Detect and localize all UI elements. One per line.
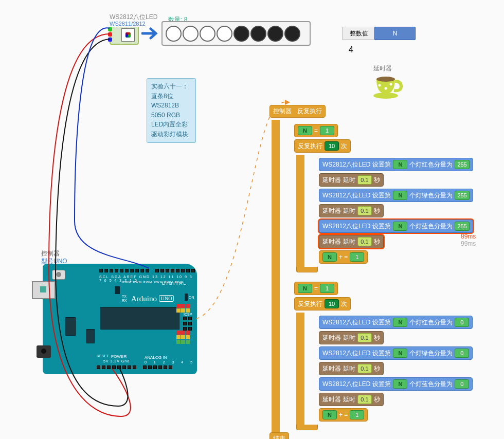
block-ws-green-0[interactable]: WS2812八位LED设置第N个灯绿色分量为0 [319, 346, 473, 360]
svg-rect-13 [186, 331, 190, 335]
svg-rect-5 [176, 304, 181, 308]
svg-rect-7 [186, 304, 190, 308]
timing-tooltip: 89ms99ms [461, 233, 476, 248]
block-delay-6[interactable]: 延时器延时0.1秒 [319, 393, 384, 406]
led-5 [233, 26, 249, 42]
block-inc-n-2[interactable]: N+ =1 [319, 408, 368, 422]
block-delay-1[interactable]: 延时器延时0.1秒 [319, 173, 384, 187]
port-gnd[interactable] [108, 38, 112, 42]
block-delay-5[interactable]: 延时器延时0.1秒 [319, 362, 384, 375]
block-loop-2[interactable]: 反复执行10次 [294, 297, 351, 310]
svg-rect-6 [181, 304, 185, 308]
port-vcc[interactable] [108, 32, 112, 36]
svg-point-1 [376, 77, 395, 82]
icsp-header[interactable] [183, 317, 192, 331]
arduino-board[interactable]: SCL SDA AREF GND 13 12 11 10 9 8 7 6 5 4… [43, 264, 197, 374]
digital-pin-header[interactable] [99, 269, 195, 272]
reset-button[interactable] [52, 270, 65, 280]
svg-rect-17 [176, 340, 181, 344]
usb-port[interactable] [32, 281, 56, 299]
svg-point-2 [379, 84, 381, 87]
analog-pin-header[interactable] [143, 365, 172, 369]
svg-rect-15 [181, 335, 185, 339]
led-7 [267, 26, 283, 42]
svg-rect-16 [186, 335, 190, 339]
block-loop-1[interactable]: 反复执行10次 [294, 139, 351, 153]
block-ws-green-255[interactable]: WS2812八位LED设置第N个灯绿色分量为255 [319, 189, 473, 202]
led-6 [250, 26, 266, 42]
comment-box[interactable]: 实验六十一： 直条8位WS2812B 5050 RGB LED内置全彩驱动彩灯模… [147, 78, 196, 143]
block-ws-blue-0[interactable]: WS2812八位LED设置第N个灯蓝色分量为0 [319, 377, 473, 391]
svg-rect-8 [176, 308, 181, 313]
block-inc-n-1[interactable]: N+ =1 [319, 250, 368, 264]
block-assign-n-1b[interactable]: N=1 [294, 282, 338, 295]
power-jack[interactable] [37, 345, 51, 358]
svg-rect-14 [176, 335, 181, 339]
svg-point-4 [390, 83, 392, 86]
int-var-name[interactable]: N [374, 27, 416, 40]
led-1 [166, 26, 182, 42]
arrow-icon [141, 26, 160, 41]
block-delay-3-selected[interactable]: 延时器延时0.1秒 [319, 235, 384, 248]
block-delay-2[interactable]: 延时器延时0.1秒 [319, 204, 384, 217]
svg-rect-18 [181, 340, 185, 344]
teacup-icon[interactable] [370, 72, 403, 101]
svg-rect-11 [176, 331, 181, 335]
led-strip [161, 21, 311, 46]
svg-rect-12 [181, 331, 185, 335]
block-delay-4[interactable]: 延时器延时0.1秒 [319, 331, 384, 344]
block-ws-red-255[interactable]: WS2812八位LED设置第N个灯红色分量为255 [319, 158, 473, 171]
svg-point-3 [385, 87, 387, 90]
proto-pads-2 [176, 331, 191, 345]
led-chip-icon [121, 28, 135, 42]
power-pin-header[interactable] [97, 365, 136, 369]
int-var-label: 整数值 [343, 27, 375, 40]
led-8 [284, 26, 300, 42]
mcu-chip [100, 307, 179, 330]
block-ws-red-0[interactable]: WS2812八位LED设置第N个灯红色分量为0 [319, 316, 473, 329]
led-4 [217, 26, 232, 42]
block-ws-blue-255-selected[interactable]: WS2812八位LED设置第N个灯蓝色分量为255 [319, 220, 473, 233]
svg-rect-9 [181, 308, 185, 313]
svg-rect-19 [186, 340, 190, 344]
blocks-program[interactable]: 控制器 反复执行 N=1 反复执行10次 WS2812八位LED设置第N个灯红色… [269, 103, 496, 439]
port-data[interactable] [108, 27, 112, 31]
block-controller-loop[interactable]: 控制器 反复执行 [269, 105, 326, 118]
svg-rect-10 [186, 308, 190, 313]
block-assign-n-1a[interactable]: N=1 [294, 124, 338, 137]
int-var-value: 4 [349, 45, 353, 54]
led-module-subtitle: WS2811/2812 [110, 21, 147, 27]
led-2 [183, 26, 199, 42]
led-3 [200, 26, 215, 42]
block-end[interactable]: 结束 [269, 432, 289, 439]
